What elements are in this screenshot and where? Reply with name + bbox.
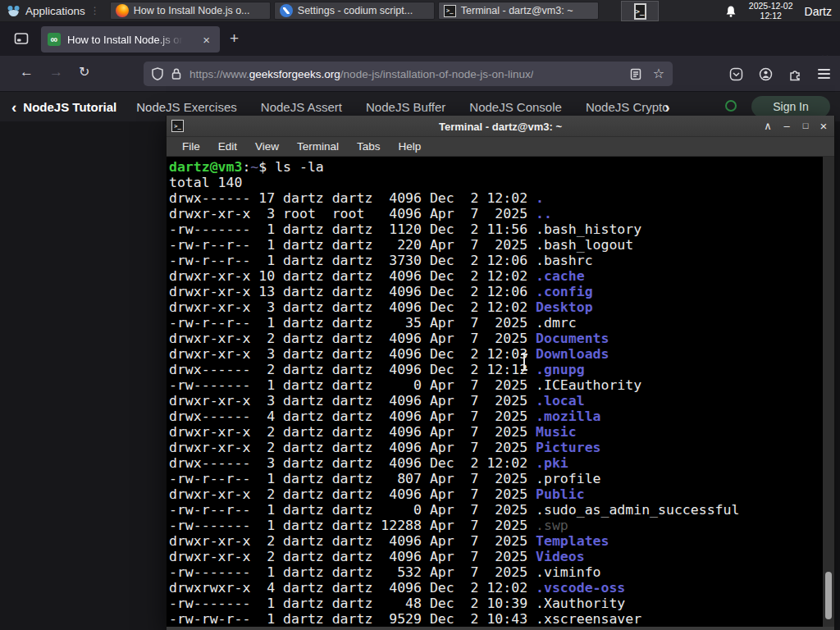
gfg-favicon: ∞	[48, 33, 61, 46]
command-text: ls -la	[275, 159, 324, 175]
terminal-line: drwx------ 4 dartz dartz 4096 Apr 7 2025…	[169, 409, 819, 424]
terminal-line: drwx------ 3 dartz dartz 4096 Dec 2 12:0…	[169, 455, 819, 471]
search-icon[interactable]	[725, 100, 737, 112]
terminal-line: -rw-r--r-- 1 dartz dartz 807 Apr 7 2025 …	[169, 471, 819, 486]
reload-button[interactable]: ↻	[79, 64, 89, 80]
window-button-terminal[interactable]: >_ Terminal - dartz@vm3: ~	[438, 2, 599, 20]
menu-icon[interactable]	[818, 66, 830, 81]
browser-tab[interactable]: ∞ How to Install Node.js on ×	[41, 26, 220, 52]
url-bar[interactable]: https://www.geeksforgeeks.org/node-js/in…	[144, 62, 673, 86]
terminal-line: drwx------ 17 dartz dartz 4096 Dec 2 12:…	[169, 190, 819, 206]
nav-forward-chevron[interactable]: ›	[664, 99, 669, 115]
nav-link[interactable]: NodeJS Exercises	[136, 100, 237, 114]
panel-terminal-launcher[interactable]: >_	[621, 1, 659, 21]
terminal-listing: drwx------ 17 dartz dartz 4096 Dec 2 12:…	[169, 190, 819, 627]
close-button[interactable]: ×	[816, 120, 831, 132]
terminal-line: -rw------- 1 dartz dartz 1120 Dec 2 11:5…	[169, 221, 819, 237]
nav-link[interactable]: NodeJS Crypto	[586, 100, 669, 114]
prompt-colon: :	[242, 159, 250, 175]
nav-link[interactable]: NodeJS Assert	[261, 100, 342, 114]
firefox-view-button[interactable]	[11, 30, 31, 48]
terminal-bottom-border	[167, 627, 834, 630]
menu-item-edit[interactable]: Edit	[209, 140, 246, 153]
clock[interactable]: 2025-12-02 12:12	[749, 2, 793, 21]
menu-item-tabs[interactable]: Tabs	[348, 140, 390, 153]
terminal-line: drwxrwxr-x 4 dartz dartz 4096 Dec 2 12:0…	[169, 580, 819, 596]
prompt-line: dartz@vm3:~$ ls -la	[169, 159, 819, 175]
terminal-line: -rw------- 1 dartz dartz 532 Apr 7 2025 …	[169, 564, 819, 580]
menu-item-view[interactable]: View	[246, 140, 288, 153]
menu-item-help[interactable]: Help	[390, 140, 431, 153]
applications-label: Applications	[25, 5, 85, 17]
terminal-line: drwx------ 2 dartz dartz 4096 Dec 2 12:1…	[169, 362, 819, 377]
terminal-window: >_ Terminal - dartz@vm3: ~ ∧ – □ × File …	[166, 116, 835, 630]
terminal-line: -rw-r--r-- 1 dartz dartz 3730 Dec 2 12:0…	[169, 253, 819, 268]
firefox-toolbar: ← → ↻ https://www.geeksforgeeks.org/node…	[0, 56, 840, 92]
back-button[interactable]: ←	[20, 64, 34, 80]
terminal-scrollbar[interactable]	[823, 157, 834, 630]
notification-bell-icon[interactable]	[724, 5, 737, 18]
reader-mode-icon[interactable]	[630, 68, 641, 80]
extensions-icon[interactable]	[788, 67, 802, 81]
lock-icon[interactable]	[171, 67, 182, 80]
firefox-icon	[116, 4, 129, 17]
terminal-line: drwxr-xr-x 2 dartz dartz 4096 Apr 7 2025…	[169, 486, 819, 502]
minimize-button[interactable]: –	[779, 120, 794, 132]
terminal-line: drwxr-xr-x 2 dartz dartz 4096 Apr 7 2025…	[169, 440, 819, 455]
window-button-firefox[interactable]: How to Install Node.js o...	[110, 2, 271, 20]
tab-close-button[interactable]: ×	[199, 32, 213, 48]
terminal-titlebar[interactable]: >_ Terminal - dartz@vm3: ~ ∧ – □ ×	[167, 116, 834, 137]
terminal-body[interactable]: dartz@vm3:~$ ls -la total 140 drwx------…	[167, 157, 834, 630]
terminal-line: drwxr-xr-x 2 dartz dartz 4096 Apr 7 2025…	[169, 533, 819, 549]
nav-link[interactable]: NodeJS Buffer	[366, 100, 445, 114]
terminal-line: -rw------- 1 dartz dartz 12288 Apr 7 202…	[169, 518, 819, 533]
gfg-nav-links: NodeJS ExercisesNodeJS AssertNodeJS Buff…	[136, 100, 669, 114]
output-total-line: total 140	[169, 175, 819, 190]
account-icon[interactable]	[759, 67, 773, 81]
nav-back-chevron[interactable]: ‹	[11, 99, 16, 115]
terminal-line: -rw-r--r-- 1 dartz dartz 0 Apr 7 2025 .s…	[169, 502, 819, 518]
panel-grip: ⋮	[90, 5, 100, 16]
menu-item-terminal[interactable]: Terminal	[288, 140, 348, 153]
shade-button[interactable]: ∧	[760, 120, 775, 132]
user-menu[interactable]: Dartz	[805, 5, 833, 18]
forward-button[interactable]: →	[49, 64, 63, 80]
window-button-label: How to Install Node.js o...	[134, 5, 250, 16]
mouse-ibeam-cursor	[519, 354, 529, 371]
terminal-line: drwxr-xr-x 3 dartz dartz 4096 Dec 2 12:0…	[169, 299, 819, 315]
terminal-line: drwxr-xr-x 2 dartz dartz 4096 Apr 7 2025…	[169, 331, 819, 346]
prompt-path: ~	[250, 159, 258, 175]
menu-item-file[interactable]: File	[173, 140, 209, 153]
tab-title: How to Install Node.js on	[67, 34, 185, 46]
terminal-line: -rw------- 1 dartz dartz 0 Apr 7 2025 .I…	[169, 377, 819, 393]
clock-time: 12:12	[749, 11, 793, 21]
nav-link-active[interactable]: NodeJS Tutorial	[23, 100, 116, 114]
prompt-dollar: $	[258, 159, 275, 175]
firefox-tab-bar: ∞ How to Install Node.js on × + – □ ×	[0, 22, 840, 56]
terminal-icon: >_	[634, 3, 646, 20]
pocket-icon[interactable]	[729, 67, 743, 81]
clock-date: 2025-12-02	[749, 2, 793, 11]
url-domain: geeksforgeeks.org	[249, 68, 340, 80]
maximize-button[interactable]: □	[798, 120, 813, 132]
prompt-user-host: dartz@vm3	[169, 159, 242, 175]
applications-menu[interactable]: Applications ⋮	[0, 0, 110, 21]
terminal-title: Terminal - dartz@vm3: ~	[167, 116, 834, 137]
terminal-line: drwxr-xr-x 3 dartz dartz 4096 Apr 7 2025…	[169, 393, 819, 409]
window-button-label: Terminal - dartz@vm3: ~	[461, 5, 573, 16]
scrollbar-thumb[interactable]	[825, 572, 832, 619]
sign-in-button[interactable]: Sign In	[751, 96, 830, 117]
shield-icon[interactable]	[152, 67, 163, 80]
new-tab-button[interactable]: +	[230, 30, 239, 46]
applications-icon	[7, 4, 21, 18]
url-path: /node-js/installation-of-node-js-on-linu…	[340, 68, 534, 80]
top-panel: Applications ⋮ How to Install Node.js o.…	[0, 0, 840, 22]
terminal-icon: >_	[444, 5, 456, 17]
terminal-line: drwxr-xr-x 13 dartz dartz 4096 Dec 2 12:…	[169, 284, 819, 299]
terminal-line: drwxr-xr-x 2 dartz dartz 4096 Apr 7 2025…	[169, 549, 819, 564]
terminal-line: drwxr-xr-x 3 root root 4096 Apr 7 2025 .…	[169, 206, 819, 221]
nav-link[interactable]: NodeJS Console	[469, 100, 562, 114]
window-button-vscodium[interactable]: Settings - codium script...	[274, 2, 435, 20]
terminal-menubar: File Edit View Terminal Tabs Help	[167, 137, 834, 157]
bookmark-star-icon[interactable]: ☆	[653, 67, 664, 80]
